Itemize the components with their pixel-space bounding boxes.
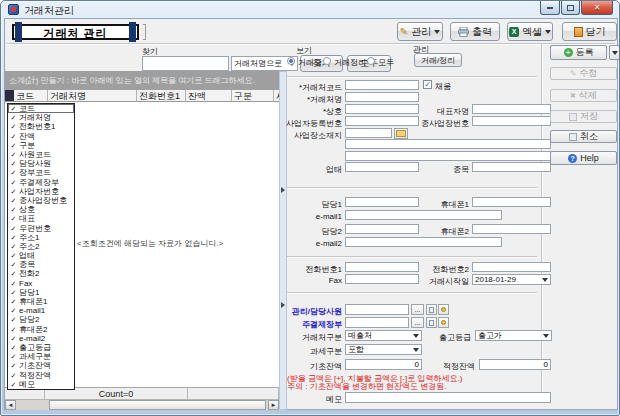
delete-button[interactable]: ✖ 삭제 xyxy=(550,89,617,102)
group-by-band[interactable]: 소계(計) 만들기 : 바로 아래에 있는 열의 제목을 여기로 드래그하세요. xyxy=(5,71,279,90)
column-menu-item[interactable]: ✓주소1 xyxy=(8,233,74,242)
column-menu-item[interactable]: ✓업태 xyxy=(8,251,74,260)
start-date-picker[interactable]: 2018-01-29 xyxy=(472,274,551,285)
maximize-button[interactable] xyxy=(561,1,580,15)
column-menu-item[interactable]: ✓기초잔액 xyxy=(8,361,74,370)
column-menu-item[interactable]: ✓주결제장부 xyxy=(8,178,74,187)
company-input[interactable] xyxy=(345,104,419,114)
excel-button[interactable]: X 엑셀 xyxy=(507,22,553,41)
ledger-clear-button[interactable] xyxy=(426,317,437,328)
grid-column-header[interactable]: 전화번호1 xyxy=(137,90,186,102)
ceo-input[interactable] xyxy=(472,104,551,114)
manager-clear-button[interactable] xyxy=(426,304,437,315)
radio-all-label[interactable]: 모두 xyxy=(378,57,394,68)
search-input[interactable] xyxy=(142,56,229,71)
column-menu-item[interactable]: ✓주소2 xyxy=(8,242,74,251)
radio-trading-label[interactable]: 거래중 xyxy=(298,57,322,68)
register-button[interactable]: + 등록 xyxy=(550,45,607,60)
horizontal-scrollbar[interactable]: ◄ ► xyxy=(5,399,279,410)
column-menu-item[interactable]: ✓전화2 xyxy=(8,269,74,278)
cancel-button[interactable]: 취소 xyxy=(550,130,617,143)
fax-input[interactable] xyxy=(345,274,419,284)
column-menu-item[interactable]: ✓출고등급 xyxy=(8,343,74,352)
column-menu-item[interactable]: ✓종목 xyxy=(8,260,74,269)
help-button[interactable]: ? Help xyxy=(550,151,617,165)
subbizno-input[interactable] xyxy=(472,116,551,126)
bizno-input[interactable] xyxy=(345,116,419,126)
radio-closed[interactable] xyxy=(323,57,331,65)
phone2-input[interactable] xyxy=(472,262,551,272)
trade-settle-button[interactable]: 거래/정리 xyxy=(414,53,462,67)
column-menu-item[interactable]: ✓담당2 xyxy=(8,315,74,324)
address1-input[interactable] xyxy=(345,139,551,149)
target-balance-input[interactable] xyxy=(479,359,551,370)
close-button[interactable]: ✕ xyxy=(581,1,613,15)
column-menu-item[interactable]: ✓우편번호 xyxy=(8,223,74,232)
column-menu-item[interactable]: ✓거래처명 xyxy=(8,113,74,122)
column-menu-item[interactable]: ✓과세구분 xyxy=(8,352,74,361)
grid-column-header[interactable]: 잔액 xyxy=(186,90,232,102)
manager-search-button[interactable] xyxy=(438,304,449,315)
manager-lookup-button[interactable]: ... xyxy=(411,304,424,315)
industry-input[interactable] xyxy=(345,162,419,172)
column-menu-item[interactable]: ✓코드 xyxy=(8,104,74,113)
column-menu-item[interactable]: ✓휴대폰2 xyxy=(8,325,74,334)
fill-checkbox[interactable]: ✓ xyxy=(423,80,432,89)
base-balance-input[interactable] xyxy=(345,359,422,370)
column-menu-item[interactable]: ✓적정잔액 xyxy=(8,370,74,379)
ledger-search-button[interactable] xyxy=(438,317,449,328)
contact2-input[interactable] xyxy=(345,224,419,234)
mobile2-input[interactable] xyxy=(472,224,551,234)
grid-column-header[interactable]: 코드 xyxy=(14,90,48,102)
manage-button[interactable]: ✎ 관리 xyxy=(397,22,443,41)
column-menu-item[interactable]: ✓e-mail1 xyxy=(8,306,74,315)
column-menu-item[interactable]: ✓전화번호1 xyxy=(8,122,74,131)
column-menu-item[interactable]: ✓담당1 xyxy=(8,288,74,297)
category-input[interactable] xyxy=(472,162,551,172)
name-input[interactable] xyxy=(345,92,419,102)
save-button[interactable]: 저장 xyxy=(550,110,617,123)
column-menu-item[interactable]: ✓메모 xyxy=(8,380,74,389)
ledger-input[interactable] xyxy=(345,317,409,328)
column-menu-item[interactable]: ✓대표 xyxy=(8,214,74,223)
memo-input[interactable] xyxy=(345,392,551,403)
print-button[interactable]: 출력 xyxy=(450,22,500,41)
grid-column-header[interactable]: 거래처명 xyxy=(48,90,137,102)
manager-input[interactable] xyxy=(345,304,409,315)
radio-all[interactable] xyxy=(367,57,375,65)
column-menu-item[interactable]: ✓휴대폰1 xyxy=(8,297,74,306)
address-search-button[interactable] xyxy=(394,128,408,139)
radio-trading[interactable] xyxy=(287,57,295,65)
mobile1-input[interactable] xyxy=(472,197,551,207)
folder-icon xyxy=(396,130,406,137)
column-menu-item[interactable]: ✓상호 xyxy=(8,205,74,214)
radio-closed-label[interactable]: 거래정리 xyxy=(334,57,366,68)
grade-dropdown[interactable]: 출고가 xyxy=(475,330,552,341)
phone1-input[interactable] xyxy=(345,262,419,272)
column-menu-item[interactable]: ✓담당사원 xyxy=(8,159,74,168)
client-type-dropdown[interactable]: 매출처 xyxy=(345,330,422,341)
register-dropdown-button[interactable] xyxy=(609,45,620,60)
contact1-input[interactable] xyxy=(345,197,419,207)
tax-dropdown[interactable]: 포함 xyxy=(345,344,422,355)
close-screen-button[interactable]: 닫기 xyxy=(562,22,617,41)
email1-input[interactable] xyxy=(345,210,502,220)
scrollbar-thumb[interactable] xyxy=(49,400,266,410)
email2-input[interactable] xyxy=(345,237,502,247)
column-menu-item[interactable]: ✓구분 xyxy=(8,141,74,150)
column-menu-item[interactable]: ✓사업자번호 xyxy=(8,187,74,196)
ledger-lookup-button[interactable]: ... xyxy=(411,317,424,328)
address2-input[interactable] xyxy=(345,151,551,161)
column-menu-item[interactable]: ✓장부코드 xyxy=(8,168,74,177)
title-bar[interactable]: 거래처관리 ✕ xyxy=(1,1,619,18)
edit-button[interactable]: ✎ 수정 xyxy=(550,67,617,80)
column-menu-item[interactable]: ✓종사업장번호 xyxy=(8,196,74,205)
column-menu-item[interactable]: ✓잔액 xyxy=(8,132,74,141)
code-input[interactable] xyxy=(345,80,419,90)
column-menu-item[interactable]: ✓사원코드 xyxy=(8,150,74,159)
column-menu-item[interactable]: ✓Fax xyxy=(8,279,74,288)
column-menu-item[interactable]: ✓e-mail2 xyxy=(8,334,74,343)
zipcode-input[interactable] xyxy=(345,128,392,138)
scroll-left-arrow[interactable]: ◄ xyxy=(5,400,16,410)
minimize-button[interactable] xyxy=(540,1,560,15)
